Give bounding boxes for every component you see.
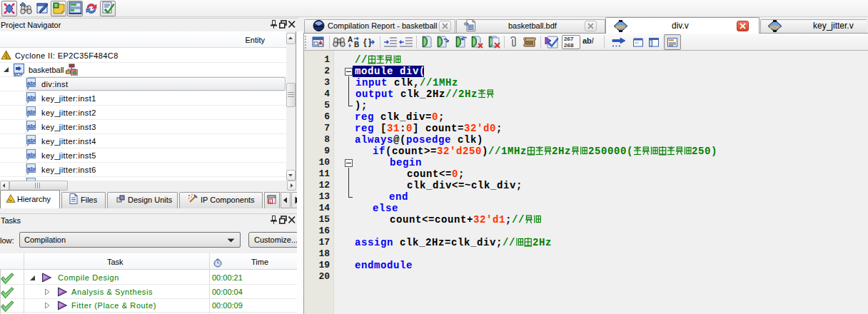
svg-text:abc: abc: [27, 137, 36, 143]
svg-text:abc: abc: [616, 24, 626, 30]
svg-text:BDF: BDF: [14, 72, 23, 77]
svg-text:abc: abc: [770, 24, 780, 30]
svg-text:abc: abc: [27, 123, 36, 129]
svg-text:abc: abc: [27, 94, 36, 101]
svg-text:A: A: [348, 36, 353, 44]
svg-text:B: B: [354, 41, 359, 49]
svg-text:abc: abc: [27, 166, 36, 172]
svg-text:abc: abc: [27, 80, 36, 86]
svg-text:abc: abc: [27, 151, 36, 158]
svg-text:abc: abc: [27, 108, 36, 115]
